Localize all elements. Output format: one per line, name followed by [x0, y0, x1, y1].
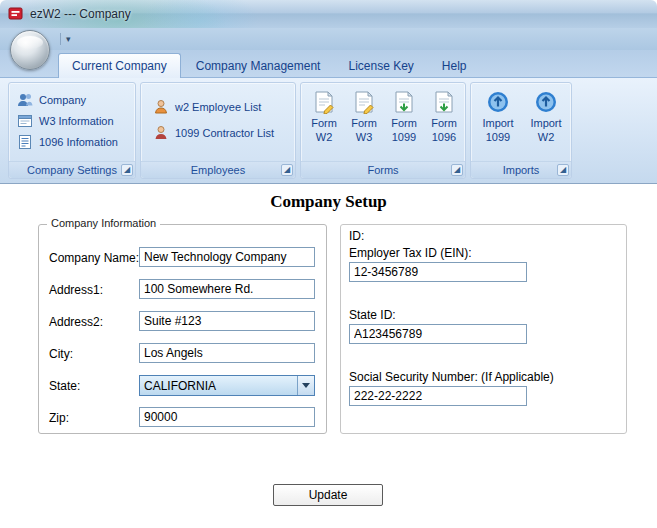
ribbon-tabs: Current Company Company Management Licen…: [58, 53, 480, 77]
state-select[interactable]: CALIFORNIA: [139, 375, 315, 396]
groupbox-legend: Company Information: [47, 217, 160, 229]
form-1096-icon: [432, 90, 456, 114]
tab-license-key[interactable]: License Key: [335, 54, 426, 77]
ribbon-item-label: 1096 Infomation: [39, 136, 118, 148]
qat-separator: [60, 33, 61, 45]
address1-input[interactable]: [139, 279, 315, 299]
ribbon-item-import-1099[interactable]: Import 1099: [476, 90, 520, 145]
ribbon-item-form-1099[interactable]: Form 1099: [384, 90, 424, 145]
form-w3-icon: [352, 90, 376, 114]
group-company-settings: Company W3 Information 1096 Infomation C…: [8, 82, 136, 179]
quick-access-toolbar-row: [0, 28, 657, 50]
ein-input[interactable]: [349, 262, 527, 282]
ribbon-item-1099-contractor-list[interactable]: 1099 Contractor List: [153, 125, 274, 141]
ribbon-item-label: Import 1099: [482, 117, 513, 143]
tab-current-company[interactable]: Current Company: [58, 53, 181, 78]
tab-help[interactable]: Help: [429, 54, 480, 77]
form-1099-icon: [392, 90, 416, 114]
ribbon-item-w3-information[interactable]: W3 Information: [17, 113, 114, 129]
state-id-input[interactable]: [349, 324, 527, 344]
ribbon-tab-row: Current Company Company Management Licen…: [0, 50, 657, 77]
import-w2-icon: [534, 90, 558, 114]
update-button[interactable]: Update: [273, 484, 383, 506]
ribbon-item-label: Form 1096: [431, 117, 457, 143]
1096-information-icon: [17, 134, 33, 150]
group-label-company-settings: Company Settings ◢: [9, 161, 135, 178]
state-id-label: State ID:: [349, 308, 396, 322]
group-label-text: Forms: [367, 164, 398, 176]
group-imports: Import 1099 Import W2 Imports ◢: [470, 82, 572, 179]
contractor-list-icon: [153, 125, 169, 141]
application-menu-button[interactable]: [10, 30, 50, 70]
address2-label: Address2:: [49, 315, 103, 329]
address1-label: Address1:: [49, 283, 103, 297]
state-label: State:: [49, 379, 80, 393]
group-label-imports: Imports ◢: [471, 161, 571, 178]
window-title: ezW2 --- Company: [30, 7, 131, 21]
group-label-text: Employees: [191, 164, 245, 176]
ribbon-item-label: Company: [39, 94, 86, 106]
ssn-input[interactable]: [349, 386, 527, 406]
ribbon-item-label: W3 Information: [39, 115, 114, 127]
dialog-launcher-forms[interactable]: ◢: [451, 164, 463, 176]
form-w2-icon: [312, 90, 336, 114]
company-name-input[interactable]: [139, 247, 315, 267]
w3-information-icon: [17, 113, 33, 129]
tab-company-management[interactable]: Company Management: [183, 54, 334, 77]
address2-input[interactable]: [139, 311, 315, 331]
dialog-launcher-imports[interactable]: ◢: [557, 164, 569, 176]
city-label: City:: [49, 347, 73, 361]
group-label-text: Imports: [503, 164, 540, 176]
ribbon-item-label: w2 Employee List: [175, 101, 261, 113]
zip-label: Zip:: [49, 411, 69, 425]
ribbon-item-form-1096[interactable]: Form 1096: [424, 90, 464, 145]
group-label-employees: Employees ◢: [141, 161, 295, 178]
group-label-forms: Forms ◢: [301, 161, 465, 178]
quick-access-toolbar-arrow[interactable]: ▾: [66, 34, 71, 44]
import-1099-icon: [486, 90, 510, 114]
company-icon: [17, 92, 33, 108]
chevron-down-icon[interactable]: [297, 376, 314, 395]
ribbon-item-company[interactable]: Company: [17, 92, 86, 108]
content-area: Company Setup Company Information Compan…: [0, 184, 657, 528]
application-window: ezW2 --- Company ▾ Current Company Compa…: [0, 0, 657, 528]
ribbon-item-label: Form W3: [351, 117, 377, 143]
ribbon-item-label: Form 1099: [391, 117, 417, 143]
ssn-label: Social Security Number: (If Applicable): [349, 370, 554, 384]
ribbon-item-1096-infomation[interactable]: 1096 Infomation: [17, 134, 118, 150]
zip-input[interactable]: [139, 407, 315, 427]
state-selected-value: CALIFORNIA: [144, 379, 216, 393]
employee-list-icon: [153, 99, 169, 115]
ein-label: Employer Tax ID (EIN):: [349, 246, 471, 260]
group-forms: Form W2 Form W3 Form 1099 Form 1096: [300, 82, 466, 179]
quick-access-toolbar: ▾: [60, 31, 71, 47]
app-icon[interactable]: [8, 6, 24, 22]
ribbon-item-label: Import W2: [530, 117, 561, 143]
ribbon-item-w2-employee-list[interactable]: w2 Employee List: [153, 99, 261, 115]
ribbon-item-form-w2[interactable]: Form W2: [304, 90, 344, 145]
titlebar: ezW2 --- Company: [0, 0, 657, 28]
city-input[interactable]: [139, 343, 315, 363]
ribbon-item-label: 1099 Contractor List: [175, 127, 274, 139]
dialog-launcher-employees[interactable]: ◢: [281, 164, 293, 176]
ribbon-item-form-w3[interactable]: Form W3: [344, 90, 384, 145]
id-section: ID: Employer Tax ID (EIN): State ID: Soc…: [340, 224, 627, 434]
group-employees: w2 Employee List 1099 Contractor List Em…: [140, 82, 296, 179]
id-heading: ID:: [349, 229, 364, 243]
dialog-launcher-company-settings[interactable]: ◢: [121, 164, 133, 176]
ribbon-item-import-w2[interactable]: Import W2: [524, 90, 568, 145]
company-information-groupbox: Company Information Company Name: Addres…: [38, 224, 327, 434]
ribbon-item-label: Form W2: [311, 117, 337, 143]
company-name-label: Company Name:: [49, 251, 139, 265]
page-title: Company Setup: [0, 192, 657, 212]
group-label-text: Company Settings: [27, 164, 117, 176]
ribbon: Company W3 Information 1096 Infomation C…: [0, 77, 657, 184]
